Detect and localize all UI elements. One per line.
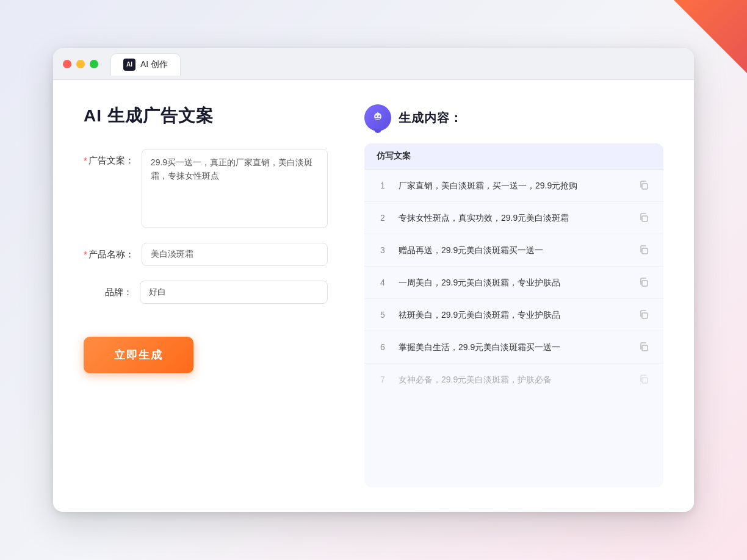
ad-copy-group: *广告文案：: [84, 149, 328, 228]
result-number: 4: [377, 278, 389, 287]
browser-window: AI AI 创作 AI 生成广告文案 *广告文案： *产品名称：: [53, 48, 694, 512]
result-text: 掌握美白生活，29.9元美白淡斑霜买一送一: [399, 341, 627, 354]
copy-button[interactable]: [637, 340, 651, 354]
results-container: 仿写文案 1厂家直销，美白淡斑霜，买一送一，29.9元抢购 2专抹女性斑点，真实…: [364, 143, 663, 487]
browser-chrome: AI AI 创作: [53, 48, 694, 80]
result-row: 2专抹女性斑点，真实功效，29.9元美白淡斑霜: [364, 202, 663, 234]
results-list: 1厂家直销，美白淡斑霜，买一送一，29.9元抢购 2专抹女性斑点，真实功效，29…: [364, 170, 663, 395]
brand-input[interactable]: [140, 281, 328, 304]
minimize-button[interactable]: [76, 60, 85, 68]
required-star-2: *: [84, 249, 87, 259]
result-text: 厂家直销，美白淡斑霜，买一送一，29.9元抢购: [399, 179, 627, 192]
required-star: *: [84, 155, 87, 165]
page-title: AI 生成广告文案: [84, 104, 328, 127]
copy-button[interactable]: [637, 307, 651, 322]
ad-copy-input[interactable]: [142, 149, 328, 228]
svg-rect-11: [642, 345, 648, 351]
result-text: 专抹女性斑点，真实功效，29.9元美白淡斑霜: [399, 212, 627, 224]
svg-rect-12: [642, 378, 648, 383]
svg-rect-6: [642, 184, 648, 189]
ai-tab-icon: AI: [123, 59, 135, 71]
right-panel: 生成内容： 仿写文案 1厂家直销，美白淡斑霜，买一送一，29.9元抢购 2专抹女…: [364, 104, 663, 487]
brand-label: 品牌：: [84, 281, 132, 298]
result-text: 赠品再送，29.9元美白淡斑霜买一送一: [399, 244, 627, 257]
close-button[interactable]: [63, 60, 71, 68]
svg-rect-10: [642, 313, 648, 318]
svg-point-1: [375, 115, 377, 117]
left-panel: AI 生成广告文案 *广告文案： *产品名称： 品牌： 立即生成: [84, 104, 328, 487]
product-name-label: *产品名称：: [84, 243, 134, 260]
svg-rect-9: [642, 281, 648, 286]
browser-content: AI 生成广告文案 *广告文案： *产品名称： 品牌： 立即生成: [53, 80, 694, 512]
results-column-header: 仿写文案: [364, 143, 663, 170]
brand-group: 品牌：: [84, 281, 328, 304]
right-panel-header: 生成内容：: [364, 104, 663, 131]
result-text: 祛斑美白，29.9元美白淡斑霜，专业护肤品: [399, 309, 627, 321]
svg-rect-7: [642, 216, 648, 221]
copy-button[interactable]: [637, 178, 651, 193]
result-row: 1厂家直销，美白淡斑霜，买一送一，29.9元抢购: [364, 170, 663, 202]
result-number: 7: [377, 375, 389, 384]
product-name-input[interactable]: [142, 243, 328, 266]
result-number: 3: [377, 245, 389, 255]
tab-label: AI 创作: [140, 59, 168, 70]
result-row: 5祛斑美白，29.9元美白淡斑霜，专业护肤品: [364, 299, 663, 331]
svg-point-5: [377, 112, 378, 113]
copy-button[interactable]: [637, 210, 651, 225]
result-number: 1: [377, 181, 389, 190]
copy-button[interactable]: [637, 372, 651, 387]
right-panel-title: 生成内容：: [399, 110, 463, 126]
svg-rect-3: [375, 118, 380, 120]
robot-icon: [364, 104, 391, 131]
result-number: 2: [377, 213, 389, 223]
generate-button[interactable]: 立即生成: [84, 337, 193, 373]
svg-point-2: [378, 115, 380, 117]
svg-rect-8: [642, 248, 648, 254]
traffic-lights: [63, 60, 98, 68]
ad-copy-label: *广告文案：: [84, 149, 134, 167]
result-number: 6: [377, 342, 389, 352]
result-row: 6掌握美白生活，29.9元美白淡斑霜买一送一: [364, 331, 663, 364]
result-number: 5: [377, 310, 389, 320]
copy-button[interactable]: [637, 275, 651, 290]
result-row: 7女神必备，29.9元美白淡斑霜，护肤必备: [364, 364, 663, 395]
maximize-button[interactable]: [90, 60, 98, 68]
result-row: 3赠品再送，29.9元美白淡斑霜买一送一: [364, 234, 663, 267]
ai-creation-tab[interactable]: AI AI 创作: [110, 53, 181, 76]
result-text: 女神必备，29.9元美白淡斑霜，护肤必备: [399, 373, 627, 386]
copy-button[interactable]: [637, 243, 651, 257]
result-text: 一周美白，29.9元美白淡斑霜，专业护肤品: [399, 276, 627, 289]
product-name-group: *产品名称：: [84, 243, 328, 266]
result-row: 4一周美白，29.9元美白淡斑霜，专业护肤品: [364, 267, 663, 299]
